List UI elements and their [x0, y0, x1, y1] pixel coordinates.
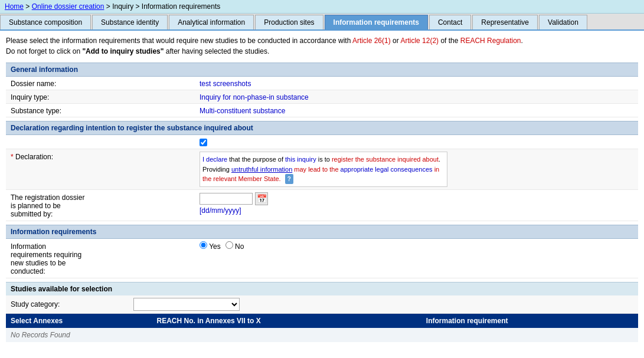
radio-yes[interactable]	[200, 241, 207, 249]
col-select-annexes: Select Annexes	[6, 314, 152, 328]
radio-no[interactable]	[225, 241, 233, 249]
intro-line2: Do not forget to click on "Add to inquir…	[6, 47, 269, 55]
date-label-text: The registration dossieris planned to be…	[11, 193, 84, 218]
radio-group: Yes No	[200, 241, 244, 251]
date-row: The registration dossieris planned to be…	[6, 190, 638, 221]
tab-contact[interactable]: Contact	[429, 15, 471, 29]
study-category-label: Study category:	[11, 300, 129, 308]
breadcrumb: Home > Online dossier creation > Inquiry…	[0, 0, 644, 14]
substance-type-value: Multi-constituent substance	[200, 106, 633, 115]
declaration-label-text: Declaration	[15, 153, 51, 161]
inquiry-type-value: Inquiry for non-phase-in substance	[200, 92, 633, 101]
dossier-name-row: Dossier name: test screenshots	[6, 77, 638, 90]
tab-analytical-information[interactable]: Analytical information	[169, 15, 254, 29]
studies-header: Studies available for selection	[6, 282, 638, 295]
col-info-requirement: Information requirement	[421, 314, 638, 328]
calendar-button[interactable]: 📅	[255, 192, 268, 205]
info-req-header: Information requirements	[6, 225, 638, 239]
breadcrumb-inquiry: Inquiry	[112, 2, 133, 11]
new-studies-label-text: Informationrequirements requiringnew stu…	[11, 242, 81, 275]
tab-representative[interactable]: Representative	[472, 15, 538, 29]
new-studies-label: Informationrequirements requiringnew stu…	[11, 241, 200, 275]
declaration-text-box: I declare that the purpose of this inqui…	[200, 152, 447, 187]
dossier-name-value: test screenshots	[200, 78, 633, 88]
inquiry-type-label: Inquiry type:	[11, 92, 200, 101]
substance-type-row: Substance type: Multi-constituent substa…	[6, 104, 638, 117]
tab-navigation: Substance composition Substance identity…	[0, 14, 644, 31]
declaration-field-label: * Declaration:	[11, 152, 200, 161]
general-info-header: General information	[6, 63, 638, 77]
substance-type-label: Substance type:	[11, 106, 200, 115]
no-records-cell: No Records Found	[6, 328, 638, 342]
help-button[interactable]: ?	[285, 174, 293, 184]
declaration-text-area: I declare that the purpose of this inqui…	[200, 152, 447, 187]
dossier-name-label: Dossier name:	[11, 78, 200, 88]
date-input-container: 📅 [dd/mm/yyyy]	[200, 192, 268, 215]
date-input[interactable]	[200, 193, 253, 205]
tab-information-requirements[interactable]: Information requirements	[325, 15, 428, 29]
tab-substance-composition[interactable]: Substance composition	[0, 15, 91, 29]
study-category-select[interactable]	[133, 298, 240, 311]
breadcrumb-online-dossier[interactable]: Online dossier creation	[32, 2, 104, 11]
annexes-table-body: No Records Found	[6, 328, 638, 342]
radio-no-label[interactable]: No	[225, 241, 244, 251]
inquiry-type-row: Inquiry type: Inquiry for non-phase-in s…	[6, 90, 638, 104]
breadcrumb-home[interactable]: Home	[5, 2, 24, 11]
checkbox-label-empty	[11, 137, 200, 139]
checkbox-cell	[200, 137, 210, 146]
annexes-header-row: Select Annexes REACH No. in Annexes VII …	[6, 314, 638, 328]
tab-production-sites[interactable]: Production sites	[255, 15, 323, 29]
declaration-checkbox[interactable]	[200, 139, 207, 146]
checkbox-row	[6, 135, 638, 149]
date-field-label: The registration dossieris planned to be…	[11, 192, 200, 218]
intro-line1: Please select the information requiremen…	[6, 37, 523, 45]
new-studies-row: Informationrequirements requiringnew stu…	[6, 239, 638, 278]
annexes-table: Select Annexes REACH No. in Annexes VII …	[6, 314, 638, 342]
date-format-hint: [dd/mm/yyyy]	[200, 206, 268, 215]
annexes-table-head: Select Annexes REACH No. in Annexes VII …	[6, 314, 638, 328]
radio-yes-label[interactable]: Yes	[200, 241, 221, 251]
breadcrumb-current: Information requirements	[142, 2, 220, 11]
date-input-row: 📅	[200, 192, 268, 205]
intro-text: Please select the information requiremen…	[6, 35, 638, 57]
radio-yes-text: Yes	[209, 242, 221, 251]
tab-validation[interactable]: Validation	[539, 15, 587, 29]
main-content: Please select the information requiremen…	[0, 31, 644, 347]
required-star: *	[11, 153, 15, 161]
radio-no-text: No	[235, 242, 244, 251]
tab-substance-identity[interactable]: Substance identity	[92, 15, 168, 29]
col-reach-no: REACH No. in Annexes VII to X	[152, 314, 421, 328]
study-category-row: Study category:	[6, 295, 638, 314]
no-records-row: No Records Found	[6, 328, 638, 342]
declaration-row: * Declaration: I declare that the purpos…	[6, 149, 638, 190]
declaration-header: Declaration regarding intention to regis…	[6, 121, 638, 135]
